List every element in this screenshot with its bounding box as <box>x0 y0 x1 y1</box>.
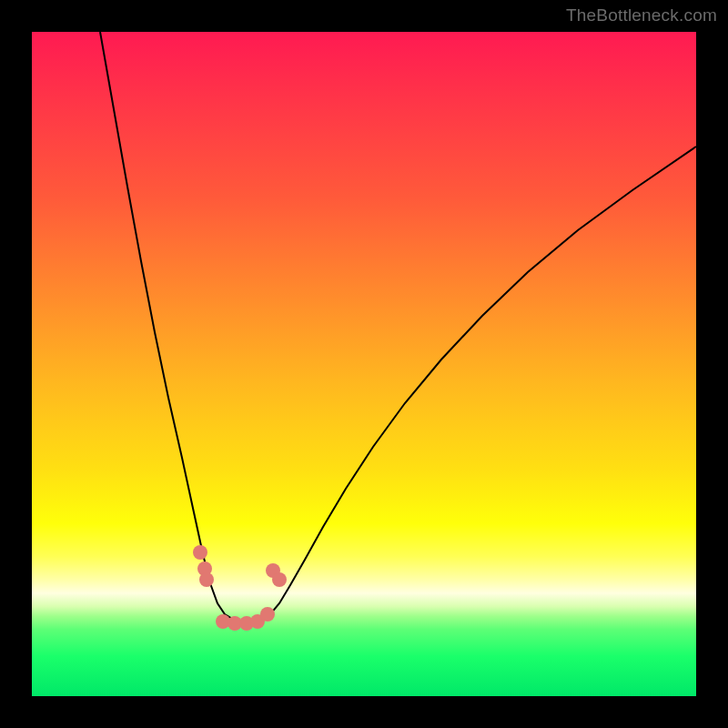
data-point <box>199 572 214 587</box>
data-point-markers <box>193 545 287 631</box>
data-point <box>272 572 287 587</box>
plot-area <box>32 32 696 696</box>
data-point <box>260 607 275 622</box>
watermark-text: TheBottleneck.com <box>566 5 717 25</box>
left-curve <box>100 32 246 622</box>
outer-frame: TheBottleneck.com <box>0 0 728 728</box>
chart-svg <box>32 32 696 696</box>
data-point <box>193 545 207 560</box>
right-curve <box>246 147 696 622</box>
